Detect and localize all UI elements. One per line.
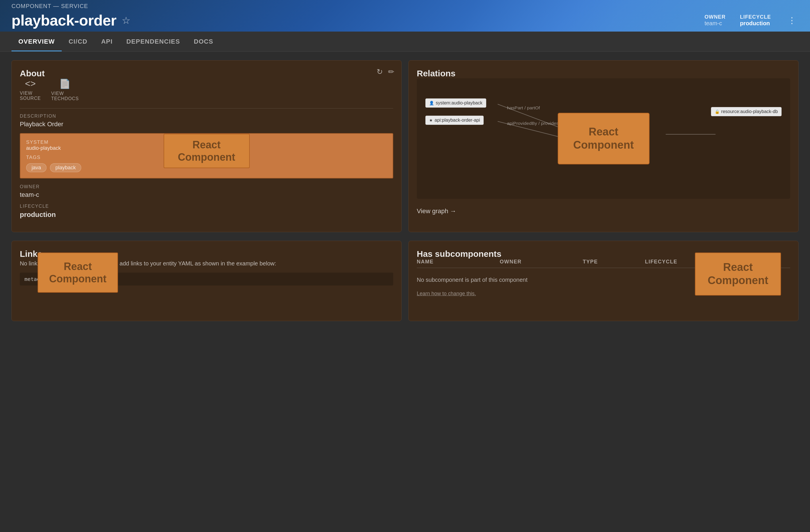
owner-label-about: OWNER [20, 184, 393, 189]
relations-graph: hasPart / partOf apiProvidedBy / provide… [417, 78, 790, 199]
react-overlay-text-relations: ReactComponent [573, 126, 634, 151]
about-card-actions: ↻ ✏ [377, 67, 394, 76]
view-graph-label: View graph → [417, 207, 456, 215]
document-icon: 📄 [59, 78, 70, 89]
person-icon: 👤 [429, 101, 434, 105]
owner-section: OWNER team-c [20, 184, 393, 199]
col-type: TYPE [583, 259, 645, 265]
relations-card-title: Relations [417, 69, 455, 78]
tag-playback[interactable]: playback [50, 163, 81, 172]
graph-node-api[interactable]: ★ api:playback-order-api [425, 116, 484, 125]
react-component-overlay-about: ReactComponent [164, 134, 250, 168]
refresh-icon[interactable]: ↻ [377, 67, 383, 76]
about-divider [20, 108, 393, 109]
favorite-icon[interactable]: ☆ [122, 15, 130, 26]
breadcrumb: COMPONENT — SERVICE [12, 3, 798, 10]
edit-icon[interactable]: ✏ [388, 67, 394, 76]
tab-api[interactable]: API [94, 38, 119, 51]
view-techdocs-label: VIEWTECHDOCS [51, 91, 79, 101]
tab-dependencies[interactable]: DEPENDENCIES [119, 38, 187, 51]
lifecycle-label: Lifecycle [740, 14, 771, 20]
header-main-row: playback-order ☆ Owner team-c Lifecycle … [12, 12, 798, 29]
tab-cicd[interactable]: CI/CD [62, 38, 94, 51]
owner-value: team-c [704, 20, 722, 27]
main-content: About ↻ ✏ <> VIEWSOURCE 📄 VIEWTECHDOCS D… [0, 52, 810, 241]
graph-node-resource[interactable]: 🔒 resource:audio-playback-db [711, 107, 782, 116]
react-overlay-text-about: ReactComponent [178, 138, 236, 163]
col-name: NAME [417, 259, 500, 265]
graph-node-system[interactable]: 👤 system:audio-playback [425, 98, 486, 107]
page-title: playback-order [12, 12, 116, 29]
links-card: Links No links defined for this entity. … [12, 241, 402, 321]
col-owner: OWNER [500, 259, 583, 265]
owner-label: Owner [704, 14, 726, 20]
nav-tabs: OVERVIEW CI/CD API DEPENDENCIES DOCS [0, 32, 810, 52]
about-shortcuts: <> VIEWSOURCE 📄 VIEWTECHDOCS [20, 78, 393, 101]
view-graph-link[interactable]: View graph → [417, 204, 790, 218]
lifecycle-value-about: production [20, 211, 393, 219]
svg-text:hasPart / partOf: hasPart / partOf [507, 105, 540, 110]
header-right: Owner team-c Lifecycle production ⋮ [704, 13, 798, 28]
star-icon: ★ [429, 118, 433, 122]
relations-card: Relations hasPart / partOf apiProvidedBy… [408, 60, 798, 232]
title-row: playback-order ☆ [12, 12, 130, 29]
tag-java[interactable]: java [26, 163, 47, 172]
subcomponents-card: Has subcomponents NAME OWNER TYPE LIFECY… [408, 241, 798, 321]
about-card: About ↻ ✏ <> VIEWSOURCE 📄 VIEWTECHDOCS D… [12, 60, 402, 232]
lifecycle-value: production [740, 20, 770, 27]
lifecycle-label-about: LIFECYCLE [20, 204, 393, 209]
react-component-overlay-relations: ReactComponent [558, 113, 650, 164]
graph-node-resource-label: resource:audio-playback-db [721, 109, 778, 114]
owner-value-about: team-c [20, 191, 393, 199]
react-component-overlay-subcomponents: ReactComponent [695, 252, 781, 296]
subcomponents-card-title: Has subcomponents [417, 249, 501, 259]
lifecycle-meta: Lifecycle production [740, 14, 771, 27]
about-card-title: About [20, 69, 45, 78]
react-overlay-text-subcomponents: ReactComponent [708, 261, 768, 287]
view-source-label: VIEWSOURCE [20, 91, 41, 101]
react-overlay-text-links: ReactComponent [49, 260, 107, 285]
graph-node-api-label: api:playback-order-api [435, 118, 480, 123]
page-header: COMPONENT — SERVICE playback-order ☆ Own… [0, 0, 810, 32]
more-options-icon[interactable]: ⋮ [785, 13, 798, 28]
graph-node-system-label: system:audio-playback [436, 100, 483, 105]
source-code-icon: <> [25, 78, 36, 89]
header-meta: Owner team-c Lifecycle production [704, 14, 771, 27]
lifecycle-section: LIFECYCLE production [20, 204, 393, 219]
description-section: DESCRIPTION Playback Order [20, 114, 393, 128]
bottom-row: Links No links defined for this entity. … [0, 241, 810, 330]
svg-line-0 [498, 104, 566, 130]
tab-overview[interactable]: OVERVIEW [12, 38, 62, 51]
tab-docs[interactable]: DOCS [187, 38, 220, 51]
svg-line-1 [498, 121, 566, 138]
owner-meta: Owner team-c [704, 14, 726, 27]
view-source-shortcut[interactable]: <> VIEWSOURCE [20, 78, 41, 101]
description-value: Playback Order [20, 120, 393, 128]
svg-text:apiProvidedBy / providesApi: apiProvidedBy / providesApi [507, 121, 565, 126]
view-techdocs-shortcut[interactable]: 📄 VIEWTECHDOCS [51, 78, 79, 101]
react-component-overlay-links: ReactComponent [37, 252, 118, 293]
about-inner-box: SYSTEM audio-playback TYPE service TAGS … [20, 133, 393, 179]
lock-icon: 🔒 [715, 109, 719, 114]
description-label: DESCRIPTION [20, 114, 393, 119]
